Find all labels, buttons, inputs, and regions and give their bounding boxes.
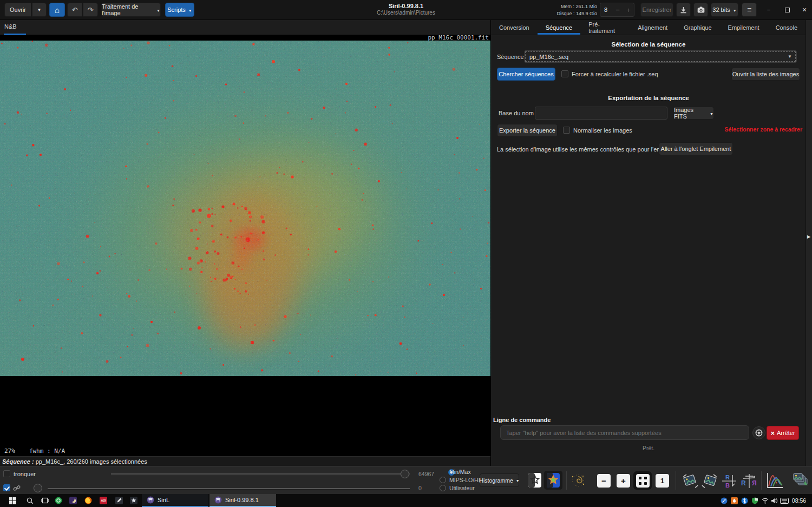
chevron-down-icon: ▼	[733, 9, 737, 12]
taskbar-firefox[interactable]	[82, 494, 95, 507]
zoom-one-button[interactable]: 1	[656, 474, 669, 488]
image-panel: N&B	[0, 20, 490, 456]
taskbar-app-green[interactable]	[52, 494, 65, 507]
force-recalc-checkbox[interactable]	[561, 70, 568, 77]
taskbar-window-siril-main[interactable]: Siril-0.99.8.1	[209, 494, 276, 507]
download-icon	[680, 6, 687, 14]
radio-user[interactable]	[440, 485, 446, 491]
hi-slider-track[interactable]	[111, 473, 410, 475]
spinner-plus-button[interactable]: +	[623, 6, 634, 14]
tray-keyboard-icon[interactable]	[778, 494, 790, 507]
task-view-button[interactable]	[38, 494, 52, 507]
bit-depth-button[interactable]: 32 bits▼	[711, 3, 738, 17]
tab-sequence[interactable]: Séquence	[538, 20, 581, 35]
save-as-button[interactable]	[676, 3, 691, 17]
snapshot-button[interactable]	[693, 3, 708, 17]
taskbar-window-siril-dialog[interactable]: SiriL	[142, 494, 208, 507]
undo-button[interactable]: ↶	[67, 3, 82, 17]
stop-button[interactable]: × Arrêter	[767, 426, 799, 440]
image-processing-menu-button[interactable]: Traitement de l'image▼	[101, 3, 161, 17]
histogram-button[interactable]	[765, 472, 784, 490]
window-minimize-button[interactable]: −	[761, 3, 776, 17]
basename-input[interactable]	[535, 107, 667, 120]
false-color-toggle[interactable]	[544, 471, 562, 490]
tab-nb[interactable]: N&B	[4, 23, 17, 30]
sequence-combobox[interactable]: pp_M16c_.seq ▼	[524, 50, 797, 63]
histogram-curves-icon	[765, 472, 784, 489]
taskbar-asi-app[interactable]: ASI	[97, 494, 110, 507]
tray-network-icon[interactable]	[760, 494, 770, 507]
close-icon: ×	[802, 5, 807, 14]
window-close-button[interactable]: ×	[797, 3, 812, 17]
tab-alignement[interactable]: Alignement	[630, 20, 676, 35]
spinner-minus-button[interactable]: −	[612, 6, 623, 14]
start-button[interactable]	[4, 494, 21, 507]
taskbar-search-button[interactable]	[23, 494, 37, 507]
tab-graphique[interactable]: Graphique	[676, 20, 719, 35]
chevron-down-icon: ▼	[516, 479, 520, 483]
working-directory: C:\Users\admin\Pictures	[319, 10, 493, 16]
main-menu-button[interactable]: ≡	[742, 3, 757, 17]
panel-expand-strip[interactable]: ▶	[806, 20, 812, 466]
chevron-down-icon: ▼	[788, 54, 796, 59]
export-sequence-button[interactable]: Exporter la séquence	[497, 124, 558, 137]
search-sequences-button[interactable]: Chercher séquences	[497, 68, 555, 81]
bit-depth-label: 32 bits	[712, 6, 730, 13]
lo-slider-track[interactable]	[48, 488, 410, 490]
astrometry-button[interactable]	[570, 473, 586, 488]
minimize-icon: −	[767, 6, 770, 13]
hamburger-icon: ≡	[747, 5, 751, 14]
negative-view-toggle[interactable]	[527, 472, 542, 488]
redo-button[interactable]: ↷	[83, 3, 98, 17]
rotate-left-button[interactable]	[681, 473, 699, 490]
normalize-checkbox[interactable]	[563, 127, 570, 134]
radio-minmax-label: Min/Max	[449, 469, 471, 475]
taskbar-clock[interactable]: 08:56	[789, 494, 809, 507]
lo-slider-handle[interactable]	[34, 484, 42, 492]
scripts-label: Scripts	[167, 6, 186, 13]
display-mode-dropdown[interactable]: Histogramme▼	[480, 473, 519, 487]
taskbar-app-moon[interactable]	[67, 494, 80, 507]
tab-empilement[interactable]: Empilement	[720, 20, 768, 35]
flip-vertical-button[interactable]: RB	[721, 473, 738, 490]
zoom-fit-button[interactable]	[633, 471, 652, 490]
sequence-status-bar: Séquence : pp_M16c_, 260/260 images séle…	[0, 456, 490, 466]
zoom-in-button[interactable]: +	[617, 474, 630, 488]
title-bar: Ouvrir ▼ ⌂ ↶ ↷ Traitement de l'image▼ Sc…	[0, 0, 812, 20]
window-restore-button[interactable]	[780, 3, 795, 17]
command-help-button[interactable]	[752, 426, 765, 439]
tab-pretraitement[interactable]: Pré-traitement	[580, 20, 630, 35]
tray-orange-icon[interactable]	[729, 494, 739, 507]
home-button[interactable]: ⌂	[49, 3, 65, 17]
zoom-out-button[interactable]: −	[597, 474, 611, 488]
open-image-list-button[interactable]: Ouvrir la liste des images	[731, 68, 800, 81]
flip-horizontal-button[interactable]: RЯ	[740, 473, 758, 490]
goto-stacking-tab-button[interactable]: Aller à l'onglet Empilement	[659, 142, 733, 155]
hi-slider-handle[interactable]	[401, 470, 409, 478]
select-crop-area-label[interactable]: Sélectionner zone à recadrer	[724, 126, 802, 133]
image-number-spinner[interactable]: 8 − +	[600, 3, 634, 17]
radio-mips[interactable]	[440, 477, 446, 483]
taskbar-editor-app[interactable]	[113, 494, 126, 507]
tab-console[interactable]: Console	[768, 20, 806, 35]
image-list-button[interactable]	[790, 471, 810, 491]
open-button[interactable]: Ouvrir	[4, 3, 31, 17]
tray-defender-icon[interactable]	[750, 494, 760, 507]
scripts-menu-button[interactable]: Scripts▼	[165, 3, 194, 17]
rotate-right-button[interactable]	[701, 473, 719, 490]
save-button[interactable]: Enregistrer	[640, 3, 673, 17]
firefox-icon	[84, 497, 92, 504]
link-sliders-checkbox[interactable]	[3, 484, 10, 491]
export-format-button[interactable]: Images FITS▼	[673, 107, 714, 120]
command-input[interactable]	[500, 425, 749, 440]
tray-bluetooth-icon[interactable]	[739, 494, 750, 507]
tray-utility-icon[interactable]	[719, 494, 729, 507]
resources-info: Mem : 261.1 Mio Disque : 149.9 Gio	[551, 3, 597, 17]
open-dropdown-button[interactable]: ▼	[32, 3, 47, 17]
image-canvas[interactable]: pp_M16c_00001.fit 27%fwhm : N/A	[0, 35, 490, 456]
save-button-label: Enregistrer	[643, 6, 672, 13]
taskbar-star-app[interactable]	[127, 494, 140, 507]
tab-conversion[interactable]: Conversion	[491, 20, 538, 35]
truncate-checkbox[interactable]	[3, 470, 10, 477]
star-app-icon	[130, 497, 137, 504]
